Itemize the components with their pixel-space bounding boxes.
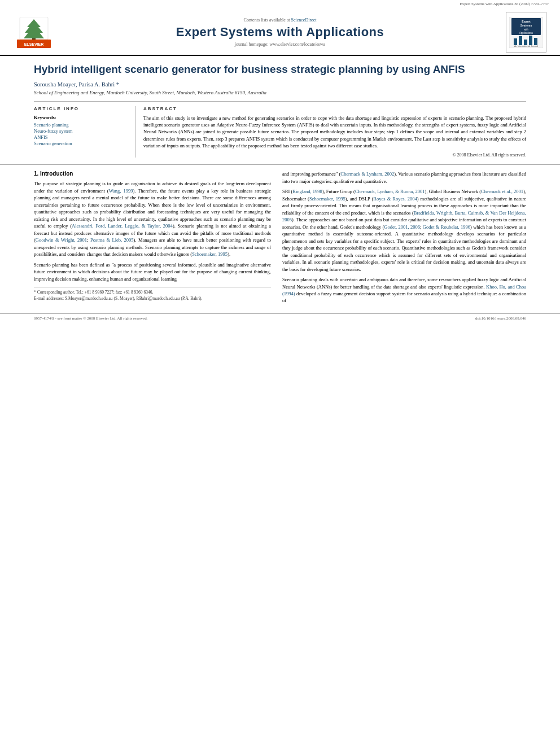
sciencedirect-link[interactable]: ScienceDirect (291, 18, 317, 23)
journal-logo-icon: Expert Systems with Applications An Inte… (509, 17, 543, 48)
svg-text:ELSEVIER: ELSEVIER (24, 42, 44, 46)
email-label: E-mail addresses: (34, 296, 64, 301)
article-info-column: ARTICLE INFO Keywords: Scenario planning… (34, 106, 135, 158)
svg-text:with: with (524, 28, 528, 31)
sciencedirect-prefix: Contents lists available at (244, 18, 291, 23)
footer-doi: doi:10.1016/j.eswa.2008.09.046 (475, 316, 526, 321)
elsevier-tree-icon: ELSEVIER (17, 17, 51, 48)
keyword-3: Scenario generation (34, 141, 129, 146)
paper-area: Hybrid intelligent scenario generator fo… (0, 56, 560, 158)
svg-rect-14 (529, 36, 532, 45)
footnote-corresponding: * Corresponding author. Tel.: +61 8 9360… (34, 290, 271, 296)
main-content: 1. Introduction The purpose of strategic… (0, 164, 560, 308)
abstract-heading: ABSTRACT (143, 106, 526, 111)
svg-text:Systems: Systems (520, 24, 532, 27)
paper-authors: Sorousha Moayer, Parisa A. Bahri * (34, 81, 526, 88)
footer-issn: 0957-4174/$ - see front matter © 2008 El… (34, 316, 147, 321)
keyword-2: ANFIS (34, 134, 129, 140)
volume-text: Expert Systems with Applications 36 (200… (460, 2, 549, 6)
email2-name: (P.A. Bahri). (181, 296, 202, 301)
volume-line: Expert Systems with Applications 36 (200… (0, 0, 560, 6)
svg-text:Expert: Expert (522, 20, 531, 23)
section1-para2: Scenario planning has been defined as "a… (34, 261, 271, 282)
sciencedirect-line: Contents lists available at ScienceDirec… (62, 18, 498, 23)
email2[interactable]: P.Bahri@murdoch.edu.au (136, 296, 180, 301)
svg-text:Applications: Applications (519, 32, 533, 34)
footnote-area: * Corresponding author. Tel.: +61 8 9360… (34, 287, 271, 302)
abstract-column: ABSTRACT The aim of this study is to inv… (135, 106, 526, 158)
keyword-0: Scenario planning (34, 122, 129, 128)
keywords-label: Keywords: (34, 115, 129, 120)
elsevier-logo-area: ELSEVIER (11, 17, 56, 48)
always-are-text: always are (505, 259, 526, 265)
journal-header-center: Contents lists available at ScienceDirec… (56, 18, 504, 47)
journal-logo-right: Expert Systems with Applications An Inte… (504, 12, 549, 53)
right-column: and improving performance" (Chermack & L… (282, 165, 526, 308)
section1-right-para2: SRI (Ringland, 1998), Future Group (Cher… (282, 188, 526, 273)
section1-right-para1: and improving performance" (Chermack & L… (282, 171, 526, 185)
abstract-text: The aim of this study is to investigate … (143, 115, 526, 150)
footnote-email: E-mail addresses: S.Moayer@murdoch.edu.a… (34, 296, 271, 302)
article-info-abstract-section: ARTICLE INFO Keywords: Scenario planning… (34, 101, 526, 158)
email1-name: (S. Moayer), (113, 296, 135, 301)
svg-rect-12 (519, 36, 522, 45)
footer-bar: 0957-4174/$ - see front matter © 2008 El… (0, 313, 560, 323)
section1-para1: The purpose of strategic planning is to … (34, 180, 271, 257)
article-info-heading: ARTICLE INFO (34, 106, 129, 111)
journal-header: ELSEVIER Contents lists available at Sci… (0, 8, 560, 56)
paper-title: Hybrid intelligent scenario generator fo… (34, 63, 526, 77)
journal-logo-box: Expert Systems with Applications An Inte… (506, 12, 546, 53)
journal-title: Expert Systems with Applications (62, 25, 498, 40)
journal-homepage: journal homepage: www.elsevier.com/locat… (62, 42, 498, 47)
paper-affiliation: School of Engineering and Energy, Murdoc… (34, 90, 526, 95)
page: Expert Systems with Applications 36 (200… (0, 0, 560, 747)
email1[interactable]: S.Moayer@murdoch.edu.au (65, 296, 113, 301)
abstract-copyright: © 2008 Elsevier Ltd. All rights reserved… (143, 152, 526, 158)
section1-right-para3: Scenario planning deals with uncertain a… (282, 276, 526, 304)
svg-text:An International Journal: An International Journal (514, 45, 538, 47)
left-column: 1. Introduction The purpose of strategic… (34, 165, 271, 308)
elsevier-logo: ELSEVIER (11, 17, 56, 48)
keyword-1: Neuro-fuzzy system (34, 128, 129, 134)
section1-heading: 1. Introduction (34, 171, 271, 177)
